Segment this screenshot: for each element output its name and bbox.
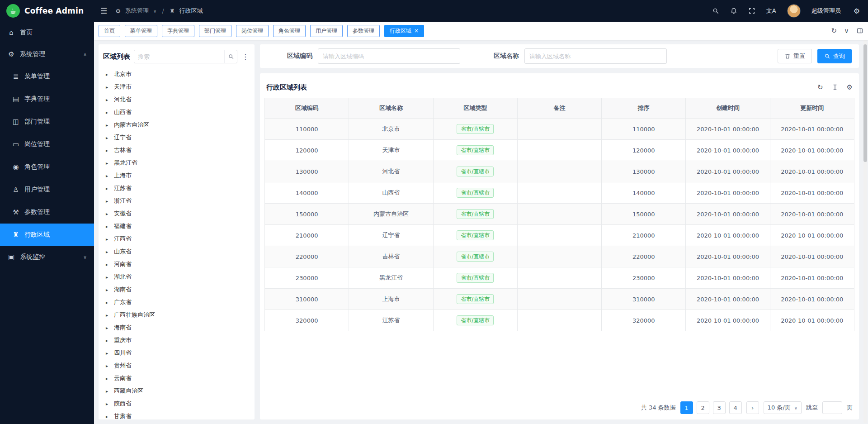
expand-arrow-icon[interactable]: ▸: [106, 338, 110, 343]
region-code-input[interactable]: [318, 48, 460, 64]
page-button[interactable]: 3: [713, 401, 726, 414]
expand-arrow-icon[interactable]: ▸: [106, 135, 110, 140]
tree-item[interactable]: ▸ 四川省: [103, 347, 250, 359]
layout-icon[interactable]: [856, 27, 863, 34]
tree-item[interactable]: ▸ 重庆市: [103, 334, 250, 347]
expand-arrow-icon[interactable]: ▸: [106, 300, 110, 305]
expand-arrow-icon[interactable]: ▸: [106, 199, 110, 204]
chevron-down-icon[interactable]: ∨: [844, 27, 849, 35]
sidebar-item-system-monitor[interactable]: ▣ 系统监控 ∨: [0, 246, 94, 268]
sidebar-subitem[interactable]: ♙ 用户管理: [0, 178, 94, 201]
expand-arrow-icon[interactable]: ▸: [106, 85, 110, 90]
reset-button[interactable]: 重置: [778, 49, 812, 63]
page-button[interactable]: 1: [680, 401, 693, 414]
jump-page-input[interactable]: [822, 401, 842, 414]
scrollbar-thumb[interactable]: [863, 44, 867, 162]
tree-item[interactable]: ▸ 河南省: [103, 258, 250, 271]
user-avatar[interactable]: [787, 4, 801, 18]
next-page-button[interactable]: ›: [746, 401, 759, 414]
column-adjust-icon[interactable]: [831, 84, 839, 91]
breadcrumb-parent[interactable]: 系统管理: [125, 7, 149, 15]
region-name-input[interactable]: [524, 48, 667, 64]
tree-item[interactable]: ▸ 福建省: [103, 220, 250, 233]
tree-item[interactable]: ▸ 内蒙古自治区: [103, 119, 250, 131]
expand-arrow-icon[interactable]: ▸: [106, 211, 110, 216]
expand-arrow-icon[interactable]: ▸: [106, 401, 110, 406]
expand-arrow-icon[interactable]: ▸: [106, 363, 110, 368]
gear-icon[interactable]: ⚙: [847, 83, 853, 91]
expand-arrow-icon[interactable]: ▸: [106, 389, 110, 394]
page-button[interactable]: 4: [729, 401, 742, 414]
tree-item[interactable]: ▸ 浙江省: [103, 195, 250, 207]
sidebar-collapse-icon[interactable]: ☰: [100, 6, 107, 15]
tree-item[interactable]: ▸ 云南省: [103, 372, 250, 385]
page-button[interactable]: 2: [697, 401, 709, 414]
expand-arrow-icon[interactable]: ▸: [106, 351, 110, 356]
expand-arrow-icon[interactable]: ▸: [106, 110, 110, 115]
tab[interactable]: 字典管理 ×: [162, 25, 194, 37]
sidebar-subitem[interactable]: ◫ 部门管理: [0, 110, 94, 133]
tree-item[interactable]: ▸ 河北省: [103, 93, 250, 106]
more-options-icon[interactable]: ⋮: [241, 52, 250, 61]
tree-item[interactable]: ▸ 北京市: [103, 68, 250, 81]
expand-arrow-icon[interactable]: ▸: [106, 173, 110, 178]
fullscreen-icon[interactable]: [748, 7, 755, 14]
sidebar-subitem[interactable]: ⚒ 参数管理: [0, 201, 94, 224]
page-size-select[interactable]: 10 条/页 ∨: [764, 401, 802, 414]
search-button[interactable]: 查询: [817, 49, 852, 63]
tree-item[interactable]: ▸ 辽宁省: [103, 131, 250, 144]
tree-item[interactable]: ▸ 湖南省: [103, 283, 250, 296]
tab[interactable]: 参数管理 ×: [347, 25, 380, 37]
tree-item[interactable]: ▸ 西藏自治区: [103, 385, 250, 397]
current-user-name[interactable]: 超级管理员: [811, 7, 841, 15]
tree-item[interactable]: ▸ 吉林省: [103, 144, 250, 157]
tree-item[interactable]: ▸ 陕西省: [103, 397, 250, 410]
settings-gear-icon[interactable]: ⚙: [854, 7, 860, 15]
expand-arrow-icon[interactable]: ▸: [106, 262, 110, 267]
page-scrollbar[interactable]: [863, 40, 867, 423]
refresh-icon[interactable]: ↻: [831, 27, 837, 35]
tab[interactable]: 部门管理 ×: [199, 25, 231, 37]
sidebar-subitem[interactable]: ♜ 行政区域: [0, 224, 94, 246]
tree-item[interactable]: ▸ 甘肃省: [103, 410, 250, 419]
expand-arrow-icon[interactable]: ▸: [106, 224, 110, 229]
close-icon[interactable]: ×: [414, 28, 419, 33]
expand-arrow-icon[interactable]: ▸: [106, 249, 110, 254]
sidebar-subitem[interactable]: ▤ 字典管理: [0, 88, 94, 110]
expand-arrow-icon[interactable]: ▸: [106, 313, 110, 318]
expand-arrow-icon[interactable]: ▸: [106, 186, 110, 191]
expand-arrow-icon[interactable]: ▸: [106, 325, 110, 330]
tree-item[interactable]: ▸ 广西壮族自治区: [103, 309, 250, 321]
refresh-icon[interactable]: ↻: [817, 83, 823, 91]
tree-item[interactable]: ▸ 湖北省: [103, 271, 250, 283]
tab[interactable]: 岗位管理 ×: [236, 25, 269, 37]
sidebar-item-home[interactable]: ⌂ 首页: [0, 22, 94, 43]
bell-icon[interactable]: [730, 7, 737, 14]
search-icon[interactable]: [224, 50, 237, 63]
tree-item[interactable]: ▸ 山西省: [103, 106, 250, 119]
tab[interactable]: 用户管理 ×: [310, 25, 343, 37]
tree-item[interactable]: ▸ 贵州省: [103, 359, 250, 372]
expand-arrow-icon[interactable]: ▸: [106, 97, 110, 102]
tree-item[interactable]: ▸ 江西省: [103, 233, 250, 245]
search-icon[interactable]: [712, 7, 719, 14]
expand-arrow-icon[interactable]: ▸: [106, 376, 110, 381]
tab[interactable]: 首页 ×: [99, 25, 120, 37]
tree-item[interactable]: ▸ 天津市: [103, 81, 250, 93]
tree-item[interactable]: ▸ 广东省: [103, 296, 250, 309]
expand-arrow-icon[interactable]: ▸: [106, 123, 110, 128]
expand-arrow-icon[interactable]: ▸: [106, 148, 110, 153]
expand-arrow-icon[interactable]: ▸: [106, 237, 110, 242]
tree-item[interactable]: ▸ 安徽省: [103, 207, 250, 220]
expand-arrow-icon[interactable]: ▸: [106, 72, 110, 77]
expand-arrow-icon[interactable]: ▸: [106, 161, 110, 166]
sidebar-item-system-manage[interactable]: ⚙ 系统管理 ∧: [0, 43, 94, 65]
tab[interactable]: 行政区域 ×: [384, 25, 424, 37]
tree-item[interactable]: ▸ 黑龙江省: [103, 157, 250, 169]
translate-icon[interactable]: 文A: [766, 7, 776, 15]
expand-arrow-icon[interactable]: ▸: [106, 414, 110, 419]
tree-item[interactable]: ▸ 江苏省: [103, 182, 250, 195]
tree-search-input[interactable]: [134, 53, 224, 60]
tree-item[interactable]: ▸ 海南省: [103, 321, 250, 334]
tree-item[interactable]: ▸ 上海市: [103, 169, 250, 182]
